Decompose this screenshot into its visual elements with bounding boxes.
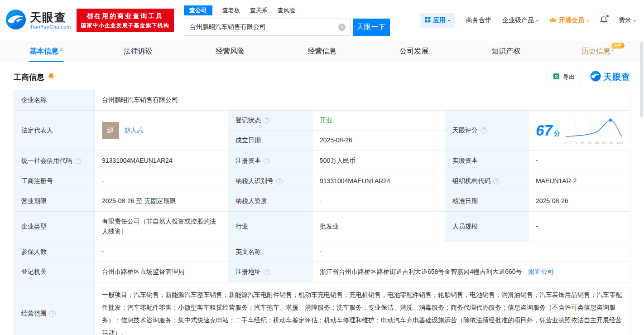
excel-icon [553,73,560,81]
tab-company-development-label: 公司发展 [399,47,428,56]
org-code-value: MAEUN1AR-2 [529,171,630,191]
insured-count-label: 参保人数 [14,242,95,262]
score-number: 67 [536,122,553,139]
clear-search-icon[interactable] [338,24,346,31]
reg-capital-value: 500万人民币 [312,151,445,171]
reg-status-label-cell: 登记状态 [228,110,312,131]
logo-brand: 天眼查 [30,11,71,24]
enterprise-products-menu[interactable]: 企业级产品 ▾ [502,16,538,24]
tick: 100 [616,141,622,145]
help-icon[interactable] [264,158,270,164]
taxpayer-id-value: 91331004MAEUN1AR24 [312,171,445,191]
score-chart-ticks: 0 1 3 15 50 85 97 99 100 [565,141,623,145]
search-tab-company[interactable]: 查公司 [184,5,212,15]
cooperation-label: 商务合作 [466,16,491,24]
watermark-logo-icon [590,71,601,83]
help-icon[interactable] [49,311,56,317]
taxpayer-qualification-value: - [312,191,445,212]
score-cell: 67分 0 1 3 15 50 [529,110,630,151]
company-type-label: 企业类型 [14,212,95,242]
english-name-label: 英文名称 [228,242,312,262]
enterprise-label: 企业级产品 [502,16,534,24]
reg-number-value: - [95,171,228,191]
tianyancha-logo-icon [5,9,26,32]
help-icon[interactable] [276,178,283,184]
tab-legal-litigation[interactable]: 法律诉讼 [92,41,184,62]
section-title: 工商信息 [14,72,55,83]
search-tab-risk[interactable]: 查风险 [278,6,295,15]
apps-menu[interactable]: 应用 ▾ [420,13,455,28]
founded-value: 2025-08-26 [312,131,445,151]
section-header-actions: 导出 天眼查 [547,70,630,84]
export-button[interactable]: 导出 [547,70,581,84]
tianyancha-logo[interactable]: 天眼查 TianYanCha.com [5,9,71,32]
open-vip-menu[interactable]: 开通会员 ▾ [549,16,589,24]
business-term-label: 营业期限 [14,191,95,212]
business-cooperation-menu[interactable]: 商务合作 [466,16,491,24]
reg-capital-label: 注册资本 [235,156,261,166]
reg-capital-label-cell: 注册资本 [228,151,312,171]
business-scope-label: 经营范围 [21,309,47,319]
monitor-bell-icon[interactable] [48,73,55,82]
chevron-down-icon: ▾ [634,19,636,23]
registered-address-value: 浙江省台州市路桥区路桥街道吉利大道658号金智嘉园4幢吉利大道660号 [320,268,522,275]
tab-operating-info-label: 经营信息 [308,47,336,56]
watermark-text: 天眼查 [603,71,630,83]
registered-address-cell: 浙江省台州市路桥区路桥街道吉利大道658号金智嘉园4幢吉利大道660号 附近公司 [312,262,630,282]
registered-address-label: 注册地址 [235,267,261,277]
legal-rep-cell: 赵 赵大武 [95,110,228,151]
user-menu[interactable]: 费米 ▾ [619,16,636,24]
reg-status-value-cell: 开业 [312,110,445,131]
org-code-label: 组织机构代码 [452,176,490,186]
legal-rep-avatar[interactable]: 赵 [102,122,119,139]
approval-date-value: 2025-08-26 [529,191,630,212]
apps-label: 应用 [433,16,446,24]
search-input[interactable] [184,19,351,36]
apps-grid-icon [425,17,431,24]
tab-basic-info[interactable]: 基本信息3 [0,41,92,62]
tab-history-info[interactable]: 历史信息2 VIP [552,41,644,62]
tick: 97 [602,141,606,145]
business-scope-value: 一般项目：汽车销售；新能源汽车整车销售；新能源汽车电附件销售；机动车充电销售；充… [95,282,630,335]
slogan-line1: 都在用的商业查询工具 [81,11,169,20]
search-box [184,19,351,36]
help-icon[interactable] [264,117,270,124]
registration-authority-value: 台州市路桥区市场监督管理局 [95,262,228,282]
vip-label: 开通会员 [559,16,584,24]
reg-status-label: 登记状态 [235,116,261,126]
tab-operating-risk[interactable]: 经营风险 [184,41,276,62]
tab-operating-risk-label: 经营风险 [216,47,245,56]
tab-company-development[interactable]: 公司发展 [368,41,460,62]
tab-intellectual-property[interactable]: 知识产权 [460,41,552,62]
scrollbar[interactable] [640,42,643,118]
staff-size-value: - [529,212,630,242]
tab-legal-litigation-label: 法律诉讼 [124,47,153,56]
tab-history-info-label: 历史信息 [582,47,610,56]
tick: 0 [565,141,567,145]
row-legal-rep: 法定代表人 赵 赵大武 登记状态 开业 天眼评分 67分 [14,110,630,131]
business-term-value: 2025-08-26 至 无固定期限 [95,191,228,212]
legal-rep-link[interactable]: 赵大武 [124,126,143,136]
tab-basic-info-label: 基本信息 [29,47,58,56]
company-name-value: 台州鹏昭汽车销售有限公司 [95,90,630,111]
notifications-bell[interactable] [600,16,608,25]
chevron-down-icon: ▾ [448,19,450,23]
founded-label: 成立日期 [228,131,312,151]
tick: 99 [609,141,613,145]
search-button[interactable]: 天眼一下 [353,19,390,36]
nearby-companies-link[interactable]: 附近公司 [528,268,553,275]
legal-rep-label: 法定代表人 [14,110,95,151]
slogan-line2: 国家中小企业发展子基金旗下机构 [81,21,169,29]
score-label-cell: 天眼评分 [445,110,529,151]
company-type-value: 有限责任公司（非自然人投资或控股的法人独资） [95,212,228,242]
tab-operating-info[interactable]: 经营信息 [276,41,368,62]
search-tab-boss[interactable]: 查老板 [222,6,240,15]
tick: 15 [580,141,584,145]
row-business-scope: 经营范围 一般项目：汽车销售；新能源汽车整车销售；新能源汽车电附件销售；机动车充… [14,282,630,335]
help-icon[interactable] [264,269,270,275]
help-icon[interactable] [75,158,81,164]
help-icon[interactable] [493,178,500,184]
search-tab-relation[interactable]: 查关系 [250,6,268,15]
help-icon[interactable] [481,127,487,134]
header-menu: 应用 ▾ 商务合作 企业级产品 ▾ 开通会员 ▾ [420,13,636,28]
